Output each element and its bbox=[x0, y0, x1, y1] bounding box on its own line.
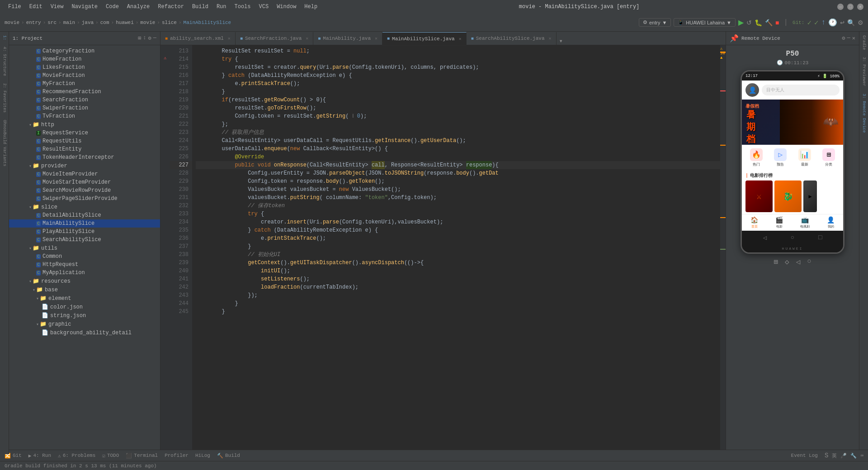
tab-searchabilityslice[interactable]: ■ SearchAbilitySlice.java ✕ bbox=[467, 32, 557, 45]
preview-minimize-icon[interactable]: — bbox=[847, 35, 850, 42]
tree-item-moviestaritemprovider[interactable]: C MovieStarItemProvider bbox=[9, 178, 160, 186]
left-tab-structure[interactable]: 4: Structure bbox=[1, 43, 8, 80]
tree-item-moviefraction[interactable]: C MovieFraction bbox=[9, 71, 160, 80]
breadcrumb-src[interactable]: src bbox=[47, 20, 57, 25]
tree-item-playabilityslice[interactable]: C PlayAbilitySlice bbox=[9, 228, 160, 236]
menu-file[interactable]: File bbox=[5, 3, 25, 11]
tree-item-movieitemprovider[interactable]: C MovieItemProvider bbox=[9, 170, 160, 178]
code-content[interactable]: ResultSet resultSet = null; try { result… bbox=[192, 45, 720, 450]
tab-mainability[interactable]: ■ MainAbility.java ✕ bbox=[313, 32, 382, 45]
tree-item-searchmovierowprovide[interactable]: C SearchMovieRowProvide bbox=[9, 186, 160, 195]
breadcrumb-com[interactable]: com bbox=[100, 20, 109, 25]
menu-refactor[interactable]: Refactor bbox=[154, 3, 188, 11]
build-button[interactable]: 🔨 bbox=[765, 19, 773, 26]
preview-btn-diamond[interactable]: ◇ bbox=[785, 257, 789, 266]
status-todo[interactable]: ☑ TODO bbox=[102, 453, 119, 459]
tree-item-tokenheaderinterceptor[interactable]: C TokenHeaderInterceptor bbox=[9, 153, 160, 161]
tree-item-base[interactable]: ▾ 📁 base bbox=[9, 285, 160, 294]
stop-button[interactable]: ■ bbox=[775, 19, 779, 26]
tree-item-searchfraction[interactable]: C SearchFraction bbox=[9, 96, 160, 104]
breadcrumb-huawei[interactable]: huawei bbox=[116, 20, 134, 25]
status-terminal[interactable]: ⬛ Terminal bbox=[126, 453, 158, 459]
tree-item-stringjson[interactable]: 📄 string.json bbox=[9, 311, 160, 320]
entry-dropdown[interactable]: ⚙ entry ▼ bbox=[639, 18, 671, 27]
tree-item-tvfraction[interactable]: C TvFraction bbox=[9, 112, 160, 120]
status-run[interactable]: ▶ 4: Run bbox=[28, 453, 51, 459]
tree-item-backgroundabilitydetail[interactable]: 📄 background_ability_detail bbox=[9, 328, 160, 337]
status-build[interactable]: 🔨 Build bbox=[217, 453, 240, 459]
preview-settings-icon[interactable]: ⚙ bbox=[842, 35, 845, 42]
menu-edit[interactable]: Edit bbox=[26, 3, 46, 11]
right-tab-gradle[interactable]: Gradle bbox=[860, 32, 868, 53]
status-problems[interactable]: ⚠ 6: Problems bbox=[58, 453, 95, 459]
close-tab-icon[interactable]: ✕ bbox=[228, 36, 231, 41]
breadcrumb-main[interactable]: main bbox=[63, 20, 75, 25]
device-dropdown[interactable]: 📱 HUAWEI Lahaina ▼ bbox=[674, 18, 736, 27]
breadcrumb-slice[interactable]: slice bbox=[162, 20, 177, 25]
code-editor[interactable]: ⚠ 213 214 215 216 217 218 219 220 221 22… bbox=[160, 45, 726, 450]
status-hilog[interactable]: HiLog bbox=[195, 453, 210, 458]
left-tab-ohnosbuild[interactable]: OhnosBuild Variants bbox=[1, 116, 8, 170]
status-profiler[interactable]: Profiler bbox=[165, 453, 189, 458]
editor-tabs[interactable]: ■ ability_search.xml ✕ ■ SearchFraction.… bbox=[160, 32, 726, 45]
tree-icon2[interactable]: ↕ bbox=[143, 35, 146, 42]
debug-button[interactable]: 🐛 bbox=[755, 19, 762, 26]
tree-item-mainabilityslice[interactable]: C MainAbilitySlice bbox=[9, 219, 160, 228]
breadcrumb-movie[interactable]: movie bbox=[5, 20, 19, 25]
tree-item-colorjson[interactable]: 📄 color.json bbox=[9, 303, 160, 311]
close-button[interactable]: ✕ bbox=[857, 4, 863, 10]
tree-settings-icon[interactable]: ⚙ bbox=[148, 35, 151, 42]
close-tab-icon[interactable]: ✕ bbox=[306, 36, 308, 41]
right-tab-previewer[interactable]: 3: Previewer bbox=[860, 53, 868, 90]
tree-item-utils[interactable]: ▾ 📁 utils bbox=[9, 244, 160, 252]
breadcrumb-moviesub[interactable]: movie bbox=[140, 20, 155, 25]
tree-minimize-icon[interactable]: — bbox=[153, 35, 156, 42]
menu-vcs[interactable]: VCS bbox=[255, 3, 273, 11]
menu-code[interactable]: Code bbox=[102, 3, 123, 11]
menu-build[interactable]: Build bbox=[189, 3, 212, 11]
tab-mainabilityslice[interactable]: ■ MainAbilitySlice.java ✕ bbox=[382, 32, 467, 45]
menu-run[interactable]: Run bbox=[213, 3, 230, 11]
tree-item-homefraction[interactable]: C HomeFraction bbox=[9, 55, 160, 63]
preview-btn-back[interactable]: ◁ bbox=[796, 257, 801, 266]
menu-tools[interactable]: Tools bbox=[231, 3, 255, 11]
preview-close-icon[interactable]: ✕ bbox=[852, 35, 855, 42]
status-event-log[interactable]: Event Log bbox=[791, 453, 818, 458]
tree-icon1[interactable]: ⊞ bbox=[138, 35, 141, 42]
tree-item-myapplication[interactable]: C MyApplication bbox=[9, 269, 160, 277]
breadcrumb-entry[interactable]: entry bbox=[26, 20, 41, 25]
tree-item-http[interactable]: ▾ 📁 http bbox=[9, 120, 160, 129]
preview-btn-circle[interactable]: ○ bbox=[807, 257, 811, 266]
menu-analyze[interactable]: Analyze bbox=[123, 3, 153, 11]
run-button[interactable]: ▶ bbox=[738, 18, 744, 27]
maximize-button[interactable]: □ bbox=[847, 4, 854, 10]
tree-item-resultentity[interactable]: C ResultEntity bbox=[9, 145, 160, 153]
menu-window[interactable]: Window bbox=[273, 3, 300, 11]
minimize-button[interactable]: — bbox=[837, 4, 844, 10]
tabs-more-button[interactable]: ▾ bbox=[557, 37, 566, 45]
tree-item-likesfraction[interactable]: C LikesFraction bbox=[9, 63, 160, 71]
left-tab-favorites[interactable]: 2: Favorites bbox=[1, 80, 8, 116]
reload-button[interactable]: ↺ bbox=[746, 19, 752, 26]
menu-navigate[interactable]: Navigate bbox=[68, 3, 101, 11]
right-tab-remote[interactable]: 3: Remote Device bbox=[860, 90, 868, 136]
tab-ability-search-xml[interactable]: ■ ability_search.xml ✕ bbox=[160, 32, 236, 45]
tree-item-swiperfraction[interactable]: C SwiperFraction bbox=[9, 104, 160, 112]
tree-item-requestutils[interactable]: C RequestUtils bbox=[9, 137, 160, 145]
tree-item-detailabilityslice[interactable]: C DetailAbilitySlice bbox=[9, 211, 160, 219]
tree-item-httprequest[interactable]: C HttpRequest bbox=[9, 261, 160, 269]
tree-item-categoryfraction[interactable]: C CategoryFraction bbox=[9, 47, 160, 55]
close-tab-icon[interactable]: ✕ bbox=[549, 36, 552, 41]
menu-bar[interactable]: File Edit View Navigate Code Analyze Ref… bbox=[5, 3, 321, 11]
preview-btn-grid[interactable]: ⊞ bbox=[774, 257, 778, 266]
tree-item-slice[interactable]: ▾ 📁 slice bbox=[9, 203, 160, 211]
menu-view[interactable]: View bbox=[47, 3, 67, 11]
menu-help[interactable]: Help bbox=[301, 3, 321, 11]
tree-item-searchabilityslice[interactable]: C SearchAbilitySlice bbox=[9, 236, 160, 244]
tree-item-myfraction[interactable]: C MyFraction bbox=[9, 80, 160, 88]
tree-item-element[interactable]: ▾ 📁 element bbox=[9, 294, 160, 303]
tab-searchfraction[interactable]: ■ SearchFraction.java ✕ bbox=[236, 32, 313, 45]
tree-item-resources[interactable]: ▾ 📁 resources bbox=[9, 277, 160, 285]
settings-button[interactable]: ⚙ bbox=[858, 19, 863, 26]
tree-item-common[interactable]: C Common bbox=[9, 252, 160, 261]
